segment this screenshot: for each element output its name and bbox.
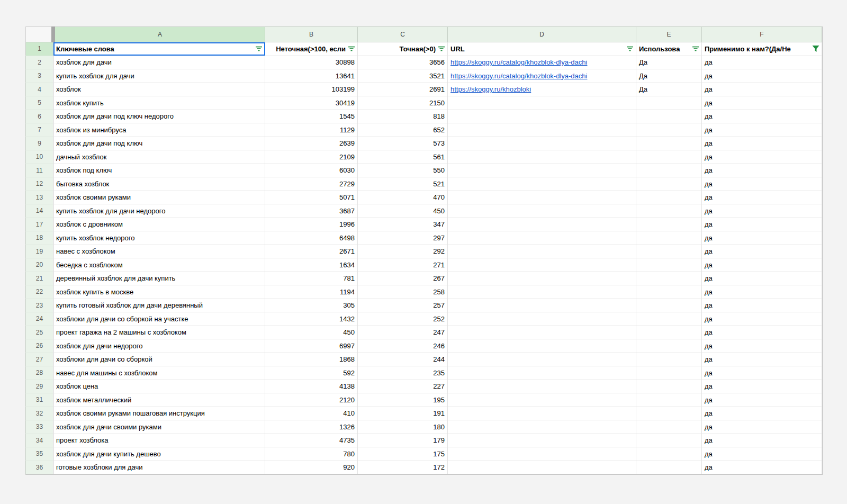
cell-url[interactable] [448, 285, 636, 299]
cell-exact[interactable]: 347 [358, 218, 448, 231]
cell-exact[interactable]: 573 [358, 137, 448, 150]
cell-applicable[interactable]: да [702, 110, 822, 123]
cell-inexact[interactable]: 410 [265, 407, 358, 420]
cell-used[interactable] [636, 245, 702, 258]
cell-used[interactable] [636, 204, 702, 218]
cell-exact[interactable]: 227 [358, 380, 448, 393]
cell-applicable[interactable]: да [702, 285, 822, 299]
row-number[interactable]: 7 [26, 123, 53, 137]
cell-exact[interactable]: 252 [358, 312, 448, 326]
row-number[interactable]: 24 [26, 312, 53, 326]
cell-keyword[interactable]: хозблоки для дачи со сборкой [53, 353, 265, 366]
row-number[interactable]: 21 [26, 272, 53, 285]
cell-inexact[interactable]: 2120 [265, 393, 358, 407]
cell-used[interactable] [636, 96, 702, 110]
cell-url[interactable] [448, 231, 636, 245]
cell-exact[interactable]: 470 [358, 191, 448, 204]
cell-url[interactable] [448, 191, 636, 204]
column-header-d[interactable]: D [448, 27, 636, 42]
cell-inexact[interactable]: 2729 [265, 177, 358, 191]
cell-keyword[interactable]: хозблок купить в москве [53, 285, 265, 299]
cell-keyword[interactable]: хозблок цена [53, 380, 265, 393]
cell-exact[interactable]: 521 [358, 177, 448, 191]
cell-url[interactable] [448, 353, 636, 366]
cell-used[interactable] [636, 380, 702, 393]
cell-url[interactable] [448, 380, 636, 393]
cell-used[interactable] [636, 164, 702, 177]
cell-exact[interactable]: 2691 [358, 83, 448, 96]
cell-url[interactable] [448, 447, 636, 461]
cell-url[interactable] [448, 312, 636, 326]
cell-url[interactable] [448, 272, 636, 285]
cell-inexact[interactable]: 1129 [265, 123, 358, 137]
cell-url[interactable] [448, 420, 636, 434]
cell-used[interactable] [636, 312, 702, 326]
cell-used[interactable]: Да [636, 56, 702, 69]
cell-keyword[interactable]: купить хозблок недорого [53, 231, 265, 245]
cell-exact[interactable]: 244 [358, 353, 448, 366]
url-link[interactable]: https://skoggy.ru/khozbloki [450, 85, 531, 93]
cell-used[interactable] [636, 285, 702, 299]
cell-applicable[interactable]: да [702, 56, 822, 69]
cell-exact[interactable]: 2150 [358, 96, 448, 110]
cell-keyword[interactable]: дачный хозблок [53, 150, 265, 164]
cell-url[interactable] [448, 137, 636, 150]
cell-used[interactable] [636, 150, 702, 164]
filter-header-cell-c[interactable]: Точная(>0) [358, 42, 448, 56]
url-link[interactable]: https://skoggy.ru/catalog/khozblok-dlya-… [450, 72, 587, 80]
cell-exact[interactable]: 297 [358, 231, 448, 245]
cell-applicable[interactable]: да [702, 218, 822, 231]
cell-inexact[interactable]: 592 [265, 366, 358, 380]
cell-inexact[interactable]: 6997 [265, 339, 358, 353]
cell-url[interactable] [448, 245, 636, 258]
row-number[interactable]: 20 [26, 258, 53, 272]
cell-keyword[interactable]: бытовка хозблок [53, 177, 265, 191]
filter-icon[interactable] [255, 46, 263, 52]
cell-url[interactable] [448, 150, 636, 164]
cell-url[interactable]: https://skoggy.ru/catalog/khozblok-dlya-… [448, 69, 636, 83]
cell-used[interactable]: Да [636, 83, 702, 96]
cell-url[interactable] [448, 393, 636, 407]
cell-inexact[interactable]: 1326 [265, 420, 358, 434]
cell-exact[interactable]: 450 [358, 204, 448, 218]
row-number[interactable]: 17 [26, 218, 53, 231]
cell-inexact[interactable]: 4735 [265, 434, 358, 447]
cell-exact[interactable]: 292 [358, 245, 448, 258]
cell-keyword[interactable]: хозблок из минибруса [53, 123, 265, 137]
column-header-f[interactable]: F [702, 27, 822, 42]
row-number[interactable]: 13 [26, 191, 53, 204]
cell-exact[interactable]: 652 [358, 123, 448, 137]
filter-header-cell-d[interactable]: URL [448, 42, 636, 56]
cell-inexact[interactable]: 1545 [265, 110, 358, 123]
row-number[interactable]: 36 [26, 461, 53, 474]
cell-keyword[interactable]: хозблоки для дачи со сборкой на участке [53, 312, 265, 326]
filter-header-cell-f[interactable]: Применимо к нам?(Да/Не [702, 42, 822, 56]
cell-url[interactable] [448, 164, 636, 177]
cell-used[interactable] [636, 123, 702, 137]
cell-used[interactable] [636, 272, 702, 285]
cell-exact[interactable]: 257 [358, 299, 448, 312]
cell-inexact[interactable]: 30419 [265, 96, 358, 110]
cell-applicable[interactable]: да [702, 380, 822, 393]
row-number[interactable]: 1 [26, 42, 53, 56]
cell-url[interactable] [448, 461, 636, 474]
cell-applicable[interactable]: да [702, 339, 822, 353]
cell-exact[interactable]: 235 [358, 366, 448, 380]
cell-inexact[interactable]: 2639 [265, 137, 358, 150]
cell-applicable[interactable]: да [702, 191, 822, 204]
cell-used[interactable] [636, 326, 702, 339]
cell-inexact[interactable]: 30898 [265, 56, 358, 69]
column-header-c[interactable]: C [358, 27, 448, 42]
row-number[interactable]: 6 [26, 110, 53, 123]
cell-used[interactable] [636, 366, 702, 380]
cell-applicable[interactable]: да [702, 420, 822, 434]
cell-url[interactable] [448, 96, 636, 110]
cell-applicable[interactable]: да [702, 447, 822, 461]
cell-applicable[interactable]: да [702, 258, 822, 272]
row-number[interactable]: 10 [26, 150, 53, 164]
row-number[interactable]: 3 [26, 69, 53, 83]
filter-icon[interactable] [692, 46, 699, 52]
cell-inexact[interactable]: 2671 [265, 245, 358, 258]
cell-used[interactable] [636, 137, 702, 150]
row-number[interactable]: 31 [26, 393, 53, 407]
